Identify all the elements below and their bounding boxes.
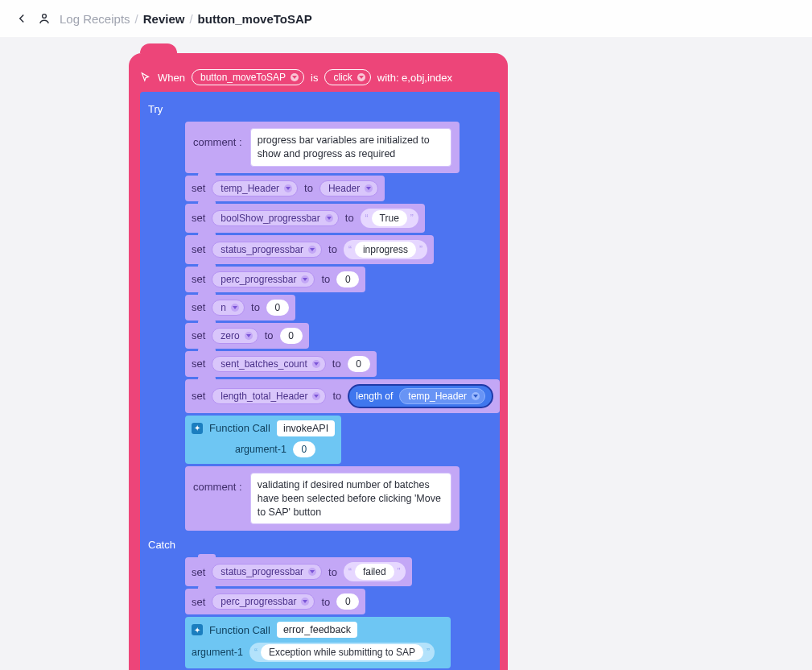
to-keyword: to (328, 243, 337, 255)
chevron-down-icon (312, 392, 320, 400)
user-icon[interactable] (37, 11, 52, 26)
set-block[interactable]: set perc_progressbar to 0 (185, 589, 365, 614)
svg-point-0 (43, 14, 47, 19)
set-block[interactable]: set zero to 0 (185, 323, 309, 349)
comment-text[interactable]: progress bar variables are initialized t… (250, 128, 451, 167)
crumb-mid[interactable]: Review (143, 12, 185, 26)
variable-dropdown[interactable]: perc_progressbar (212, 593, 315, 610)
number-literal[interactable]: 0 (336, 593, 359, 610)
set-block[interactable]: set status_progressbar to “inprogress” (185, 235, 434, 264)
function-name[interactable]: invokeAPI (277, 420, 335, 436)
chevron-down-icon (312, 360, 320, 368)
set-block[interactable]: set sent_batches_count to 0 (185, 351, 377, 377)
function-call-keyword: Function Call (209, 624, 270, 636)
crumb-root[interactable]: Log Receipts (60, 12, 130, 26)
crumb-leaf[interactable]: button_moveToSAP (198, 12, 312, 26)
chevron-down-icon (301, 275, 309, 283)
set-block[interactable]: set boolShow_progressbar to “True” (185, 204, 425, 233)
variable-dropdown[interactable]: sent_batches_count (212, 356, 325, 372)
variable-dropdown[interactable]: temp_Header (212, 180, 298, 196)
variable-dropdown[interactable]: perc_progressbar (212, 271, 315, 287)
set-keyword: set (192, 273, 205, 285)
to-keyword: to (251, 301, 260, 313)
variable-dropdown[interactable]: n (212, 300, 245, 316)
set-block[interactable]: set n to 0 (185, 295, 295, 321)
function-call-block[interactable]: ✦ Function Call invokeAPI argument-1 0 (185, 416, 341, 464)
to-keyword: to (332, 358, 341, 370)
function-icon: ✦ (192, 423, 203, 434)
variable-dropdown[interactable]: status_progressbar (212, 564, 322, 580)
chevron-down-icon (291, 73, 299, 81)
cursor-icon (140, 72, 151, 83)
chevron-down-icon (308, 568, 316, 576)
set-keyword: set (192, 566, 205, 578)
breadcrumb-separator: / (189, 12, 192, 26)
set-block[interactable]: set perc_progressbar to 0 (185, 267, 365, 292)
catch-label: Catch (140, 531, 500, 557)
chevron-down-icon (357, 73, 365, 81)
string-literal[interactable]: “True” (361, 209, 418, 228)
set-block[interactable]: set length_total_Header to length of tem… (185, 379, 500, 413)
set-keyword: set (192, 243, 205, 255)
is-label: is (311, 72, 318, 84)
chevron-down-icon (308, 246, 316, 254)
number-literal[interactable]: 0 (280, 328, 303, 344)
to-keyword: to (332, 390, 341, 402)
back-icon[interactable] (14, 11, 29, 26)
function-name[interactable]: error_feedback (277, 622, 357, 638)
chevron-down-icon (284, 184, 292, 192)
value-dropdown[interactable]: Header (319, 180, 378, 196)
editor-canvas[interactable]: When button_moveToSAP is click with: e,o… (0, 37, 812, 670)
set-keyword: set (192, 358, 205, 370)
to-keyword: to (304, 182, 313, 194)
chevron-down-icon (325, 214, 333, 222)
length-of-expression[interactable]: length of temp_Header (348, 384, 493, 408)
set-keyword: set (192, 596, 205, 608)
lengthof-keyword: length of (356, 391, 393, 402)
try-catch-block[interactable]: Try comment : progress bar variables are… (140, 92, 500, 670)
to-keyword: to (265, 329, 274, 341)
comment-block[interactable]: comment : validating if desired number o… (185, 466, 460, 531)
breadcrumb: Log Receipts / Review / button_moveToSAP (60, 12, 312, 26)
argument-value[interactable]: 0 (293, 441, 315, 457)
variable-dropdown[interactable]: temp_Header (399, 388, 485, 404)
function-call-block[interactable]: ✦ Function Call error_feedback argument-… (185, 617, 451, 668)
try-label: Try (140, 100, 500, 122)
set-keyword: set (192, 329, 205, 341)
number-literal[interactable]: 0 (336, 271, 359, 287)
string-literal[interactable]: “failed” (344, 562, 406, 581)
set-block[interactable]: set temp_Header to Header (185, 176, 385, 201)
chevron-down-icon (245, 332, 253, 340)
set-keyword: set (192, 182, 205, 194)
number-literal[interactable]: 0 (348, 356, 370, 372)
event-action-dropdown[interactable]: click (324, 69, 370, 85)
event-trigger-block[interactable]: When button_moveToSAP is click with: e,o… (129, 53, 508, 670)
chevron-down-icon (472, 392, 480, 400)
argument-label: argument-1 (192, 647, 243, 658)
when-label: When (158, 72, 185, 84)
variable-dropdown[interactable]: length_total_Header (212, 388, 326, 404)
breadcrumb-separator: / (135, 12, 138, 26)
string-literal[interactable]: “inprogress” (344, 240, 427, 259)
set-keyword: set (192, 212, 205, 224)
variable-dropdown[interactable]: zero (212, 328, 258, 344)
comment-keyword: comment : (193, 128, 242, 148)
number-literal[interactable]: 0 (266, 300, 289, 316)
with-params-label: with: e,obj,index (377, 72, 452, 84)
to-keyword: to (321, 596, 330, 608)
comment-block[interactable]: comment : progress bar variables are ini… (185, 122, 460, 173)
set-keyword: set (192, 390, 205, 402)
set-block[interactable]: set status_progressbar to “failed” (185, 557, 412, 586)
chevron-down-icon (301, 598, 309, 606)
set-keyword: set (192, 301, 205, 313)
variable-dropdown[interactable]: boolShow_progressbar (212, 210, 338, 226)
comment-keyword: comment : (193, 473, 242, 493)
comment-text[interactable]: validating if desired number of batches … (250, 473, 451, 525)
to-keyword: to (321, 273, 330, 285)
event-target-dropdown[interactable]: button_moveToSAP (192, 69, 304, 85)
chevron-down-icon (365, 184, 373, 192)
variable-dropdown[interactable]: status_progressbar (212, 242, 322, 258)
string-literal[interactable]: “Exception while submitting to SAP” (249, 643, 435, 662)
to-keyword: to (328, 566, 337, 578)
chevron-down-icon (231, 304, 239, 312)
